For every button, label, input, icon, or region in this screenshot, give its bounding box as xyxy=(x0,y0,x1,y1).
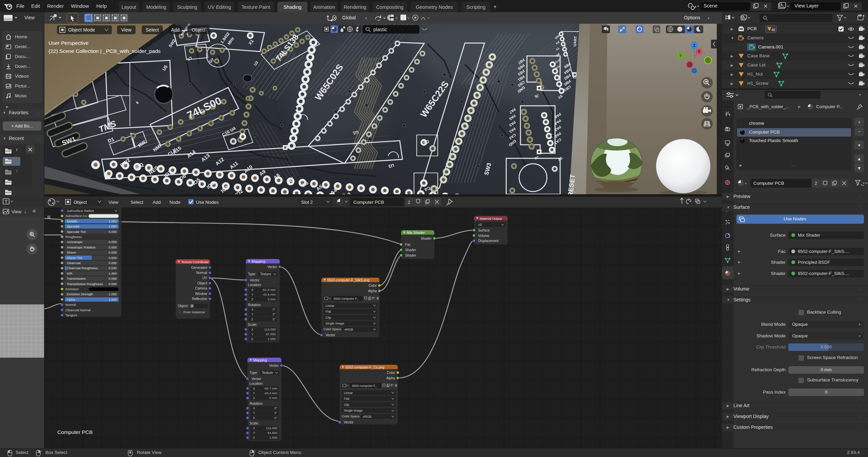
svg-text:Z: Z xyxy=(253,436,255,439)
svg-text:Emission Strength: Emission Strength xyxy=(67,292,93,296)
svg-text:Fac: Fac xyxy=(405,243,411,246)
svg-text:Transmission Roughness: Transmission Roughness xyxy=(67,282,103,286)
svg-text:0.030: 0.030 xyxy=(108,266,117,270)
svg-text:Node: Node xyxy=(170,200,180,205)
svg-text:Alpha: Alpha xyxy=(368,289,377,293)
svg-text:X: X xyxy=(251,307,254,311)
svg-text:Metallic: Metallic xyxy=(67,219,78,223)
svg-text:Location:: Location: xyxy=(250,382,263,385)
svg-text:Normal: Normal xyxy=(196,271,207,275)
svg-text:Texture Coordinate: Texture Coordinate xyxy=(181,260,209,264)
svg-text:Subsurface Radius: Subsurface Radius xyxy=(67,209,94,213)
svg-text:Clip: Clip xyxy=(344,403,349,406)
svg-text:0 mm: 0 mm xyxy=(269,396,277,400)
svg-text:0°: 0° xyxy=(274,411,277,415)
svg-text:Z: Z xyxy=(253,396,255,400)
svg-text:-50.7 mm: -50.7 mm xyxy=(264,386,277,390)
svg-text:Object:: Object: xyxy=(178,304,189,308)
svg-text:Color Space: Color Space xyxy=(323,327,341,331)
svg-text:X: X xyxy=(253,426,255,430)
svg-text:Texture: Texture xyxy=(262,371,273,375)
svg-text:Slot 2: Slot 2 xyxy=(301,200,313,205)
svg-text:View: View xyxy=(108,200,118,205)
svg-text:Emission: Emission xyxy=(65,287,79,291)
svg-text:sRGB: sRGB xyxy=(363,415,371,418)
svg-text:Texture: Texture xyxy=(260,272,271,276)
svg-text:0.000: 0.000 xyxy=(108,245,117,249)
svg-text:Flat: Flat xyxy=(326,310,331,313)
svg-text:Sheen Tint: Sheen Tint xyxy=(67,256,82,260)
svg-text:Object: Object xyxy=(197,281,207,285)
svg-text:Object: Object xyxy=(192,27,205,33)
svg-text:Transmission: Transmission xyxy=(67,277,86,280)
svg-text:Computer PCB: Computer PCB xyxy=(57,429,93,435)
svg-text:0°: 0° xyxy=(274,416,277,420)
svg-text:Computer PCB: Computer PCB xyxy=(353,200,384,205)
svg-text:0.000: 0.000 xyxy=(108,277,117,280)
svg-text:1.000: 1.000 xyxy=(269,436,277,439)
svg-text:Subsurface Co...: Subsurface Co... xyxy=(65,214,90,218)
svg-text:6502-computer-F_SilkS.png: 6502-computer-F_SilkS.png xyxy=(327,278,370,282)
svg-text:Vector: Vector xyxy=(326,333,335,337)
svg-text:2: 2 xyxy=(408,200,410,205)
svg-text:X: X xyxy=(253,406,255,410)
svg-text:-43.4 mm: -43.4 mm xyxy=(264,391,277,395)
svg-text:≡: ≡ xyxy=(47,214,51,220)
svg-text:Z: Z xyxy=(251,297,253,301)
svg-text:Flat: Flat xyxy=(344,397,349,400)
svg-text:0.500: 0.500 xyxy=(108,256,117,260)
svg-text:Specular Tint: Specular Tint xyxy=(67,230,86,234)
svg-text:Select: Select xyxy=(131,200,143,205)
svg-text:Mapping: Mapping xyxy=(253,358,267,362)
svg-text:112.000: 112.000 xyxy=(266,426,277,430)
svg-text:Anisotropic Rotation: Anisotropic Rotation xyxy=(67,245,96,249)
svg-text:Use Nodes: Use Nodes xyxy=(196,200,219,205)
svg-text:Reflection: Reflection xyxy=(192,297,207,301)
svg-text:1.000: 1.000 xyxy=(108,298,117,301)
svg-text:Vector: Vector xyxy=(269,364,279,367)
svg-text:Rotation:: Rotation: xyxy=(248,303,261,307)
svg-text:0°: 0° xyxy=(273,317,276,321)
svg-text:1.000: 1.000 xyxy=(108,224,117,228)
svg-text:Y: Y xyxy=(253,411,255,415)
svg-text:Linear: Linear xyxy=(326,304,334,307)
svg-text:Shader: Shader xyxy=(421,237,432,240)
svg-text:-43.9 mm: -43.9 mm xyxy=(262,293,276,296)
svg-text:6502-computer-F...: 6502-computer-F... xyxy=(334,297,359,300)
svg-text:(22) Scene Collection | _PCB_w: (22) Scene Collection | _PCB_with_solder… xyxy=(48,48,161,54)
svg-text:-51.8 mm: -51.8 mm xyxy=(262,288,276,292)
svg-text:Color: Color xyxy=(387,371,395,375)
svg-text:Type:: Type: xyxy=(248,272,256,276)
svg-text:View: View xyxy=(121,27,132,33)
svg-text:X: X xyxy=(251,327,254,331)
svg-text:plastic: plastic xyxy=(373,27,387,32)
svg-text:Select: Select xyxy=(146,27,159,33)
svg-text:Normal: Normal xyxy=(65,303,76,306)
svg-text:Generated: Generated xyxy=(191,266,207,270)
svg-text:Tangent: Tangent xyxy=(65,313,77,317)
svg-text:1.450: 1.450 xyxy=(108,272,117,275)
svg-text:Z: Z xyxy=(251,317,253,321)
svg-text:UV: UV xyxy=(202,276,207,280)
svg-text:0.000: 0.000 xyxy=(108,251,117,254)
svg-text:Alpha: Alpha xyxy=(386,376,395,380)
svg-text:113.000: 113.000 xyxy=(264,327,276,331)
svg-text:Clearcoat Roughness: Clearcoat Roughness xyxy=(67,266,98,270)
svg-text:Scale:: Scale: xyxy=(248,323,257,326)
svg-text:Anisotropic: Anisotropic xyxy=(67,240,83,244)
svg-text:Mix Shader: Mix Shader xyxy=(407,231,425,235)
svg-text:Z: Z xyxy=(253,416,255,420)
svg-text:1.000: 1.000 xyxy=(108,292,117,296)
svg-text:Z: Z xyxy=(693,43,695,47)
svg-text:Camera: Camera xyxy=(195,286,207,290)
svg-text:94.800: 94.800 xyxy=(268,431,277,435)
svg-text:Vector: Vector xyxy=(268,265,277,269)
svg-text:Add: Add xyxy=(153,200,161,205)
svg-text:6502-computer-F...: 6502-computer-F... xyxy=(352,384,378,388)
svg-text:X: X xyxy=(253,386,255,390)
svg-text:From Instancer: From Instancer xyxy=(183,310,205,314)
svg-text:User Perspective: User Perspective xyxy=(48,40,88,46)
svg-text:Object Mode: Object Mode xyxy=(68,27,95,33)
svg-text:Shader: Shader xyxy=(405,254,416,257)
svg-text:X: X xyxy=(698,50,700,54)
